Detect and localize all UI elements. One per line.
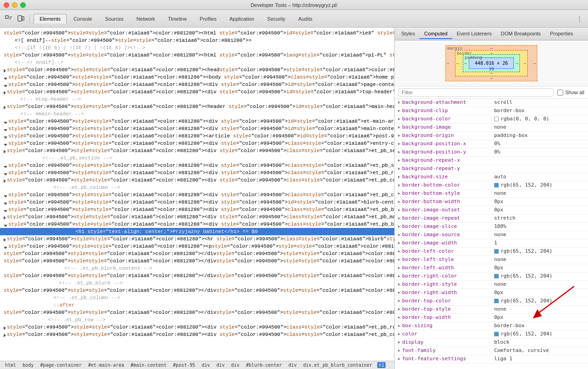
computed-row[interactable]: border-left-width0px: [395, 264, 588, 272]
html-line[interactable]: style="color:#994500">style=style="color…: [0, 272, 394, 279]
computed-expand-icon[interactable]: [397, 249, 401, 254]
filter-input[interactable]: [398, 88, 553, 97]
html-line[interactable]: <!--<! endif]-->: [0, 59, 394, 66]
html-line[interactable]: style="color:#994500">style=style="color…: [0, 309, 394, 316]
html-line[interactable]: style="color:#994500">style=style="color…: [0, 66, 394, 74]
computed-row[interactable]: box-sizingborder-box: [395, 322, 588, 330]
breadcrumb-item-page-container[interactable]: #page-container: [39, 362, 83, 368]
computed-row[interactable]: border-left-stylenone: [395, 256, 588, 264]
html-line[interactable]: style="color:#994500">style=style="color…: [0, 51, 394, 59]
computed-row[interactable]: border-bottom-width0px: [395, 198, 588, 206]
computed-expand-icon[interactable]: [397, 108, 401, 113]
html-line[interactable]: <!-- .et_pb_column -->: [0, 294, 394, 301]
expand-icon[interactable]: [4, 325, 6, 329]
computed-row[interactable]: displayblock: [395, 339, 588, 347]
device-icon[interactable]: [16, 14, 26, 24]
computed-row[interactable]: font-feature-settingsliga 1: [395, 355, 588, 363]
tab-timeline[interactable]: Timeline: [162, 14, 193, 23]
computed-row[interactable]: background-clipborder-box: [395, 107, 588, 115]
html-line[interactable]: style="color:#994500">style=style="color…: [0, 257, 394, 265]
computed-row[interactable]: border-top-stylenone: [395, 306, 588, 314]
computed-row[interactable]: border-image-outset0px: [395, 206, 588, 215]
computed-expand-icon[interactable]: [397, 299, 401, 303]
collapse-icon[interactable]: [4, 119, 7, 124]
expand-icon[interactable]: [4, 215, 6, 219]
panel-tab-computed[interactable]: Computed: [420, 29, 452, 39]
collapse-icon[interactable]: [4, 170, 7, 175]
computed-row[interactable]: border-image-sourcenone: [395, 231, 588, 239]
breadcrumb-item-div2[interactable]: div: [215, 362, 226, 368]
collapse-icon[interactable]: [4, 75, 7, 79]
breadcrumb-item-div3[interactable]: div: [230, 362, 241, 368]
breadcrumb-item-post-95[interactable]: #post-95: [172, 362, 196, 368]
computed-row[interactable]: colorrgb(65, 152, 204): [395, 330, 588, 339]
computed-expand-icon[interactable]: [397, 199, 401, 204]
computed-row[interactable]: background-colorrgba(0, 0, 0, 0): [395, 115, 588, 124]
computed-row[interactable]: border-bottom-colorrgb(65, 152, 204): [395, 182, 588, 190]
html-line[interactable]: style="color:#994500">style=style="color…: [0, 88, 394, 96]
collapse-icon[interactable]: [4, 193, 7, 197]
expand-icon[interactable]: [4, 237, 6, 241]
html-line[interactable]: <!-- .et_pb_blurb -->: [0, 279, 394, 287]
breadcrumb-item-main-content[interactable]: #main-content: [129, 362, 168, 368]
computed-row[interactable]: background-repeat-x: [395, 157, 588, 165]
computed-expand-icon[interactable]: [397, 166, 401, 171]
html-line[interactable]: style="color:#994500">style=style="color…: [0, 125, 394, 132]
collapse-icon[interactable]: [4, 207, 7, 212]
expand-icon[interactable]: [4, 90, 6, 94]
html-line[interactable]: <h1 style="text-align: center;">Przyjazn…: [0, 228, 394, 235]
computed-row[interactable]: background-position-y0%: [395, 148, 588, 157]
computed-expand-icon[interactable]: [397, 266, 401, 270]
computed-row[interactable]: border-image-width1: [395, 239, 588, 248]
minimize-button[interactable]: [12, 2, 17, 8]
tab-console[interactable]: Console: [68, 14, 98, 23]
html-line[interactable]: style="color:#994500">style=style="color…: [0, 287, 394, 294]
collapse-icon[interactable]: [4, 163, 7, 168]
computed-expand-icon[interactable]: [397, 332, 401, 336]
html-line[interactable]: style="color:#994500">style=style="color…: [0, 250, 394, 257]
html-line[interactable]: style="color:#994500">style=style="color…: [0, 199, 394, 206]
html-line[interactable]: <!-- #main-header -->: [0, 110, 394, 118]
breadcrumb-item-h1[interactable]: h1: [377, 362, 386, 368]
computed-expand-icon[interactable]: [397, 315, 401, 320]
expand-icon[interactable]: [4, 332, 6, 337]
computed-expand-icon[interactable]: [397, 233, 401, 237]
computed-expand-icon[interactable]: [397, 158, 401, 163]
computed-row[interactable]: border-top-colorrgb(65, 152, 204): [395, 297, 588, 306]
computed-expand-icon[interactable]: [397, 208, 401, 212]
expand-icon[interactable]: [4, 148, 6, 153]
html-line[interactable]: style="color:#994500">style=style="color…: [0, 176, 394, 184]
html-line[interactable]: <!-- .et_pb_column -->: [0, 184, 394, 191]
html-line[interactable]: style="color:#994500">style=style="color…: [0, 140, 394, 147]
maximize-button[interactable]: [20, 2, 26, 8]
panel-tab-dom-breakpoints[interactable]: DOM Breakpoints: [496, 29, 546, 39]
breadcrumb-item-blurb-center[interactable]: #blurb-center: [244, 362, 283, 368]
computed-row[interactable]: background-repeat-y: [395, 165, 588, 173]
computed-row[interactable]: border-right-stylenone: [395, 281, 588, 289]
html-line[interactable]: style="color:#994500">style=style="color…: [0, 81, 394, 88]
panel-tab-styles[interactable]: Styles: [397, 29, 420, 39]
close-button[interactable]: [4, 2, 9, 8]
computed-row[interactable]: background-sizeauto: [395, 173, 588, 182]
html-line[interactable]: <!--[if !(IE 6) | !(IE 7) | !(IE 8) ]><!…: [0, 44, 394, 51]
expand-icon[interactable]: [4, 178, 6, 182]
html-line[interactable]: style="color:#994500">style=style="color…: [0, 331, 394, 338]
html-line[interactable]: <!-- #top-header -->: [0, 96, 394, 103]
computed-row[interactable]: border-image-slice100%: [395, 223, 588, 231]
computed-row[interactable]: border-left-colorrgb(65, 152, 204): [395, 248, 588, 256]
tab-application[interactable]: Application: [224, 14, 260, 23]
computed-row[interactable]: border-bottom-stylenone: [395, 190, 588, 198]
computed-expand-icon[interactable]: [397, 175, 401, 179]
inspect-icon[interactable]: [4, 14, 14, 24]
computed-expand-icon[interactable]: [397, 150, 401, 154]
html-line[interactable]: style="color:#994500">style=style="color…: [0, 162, 394, 169]
computed-expand-icon[interactable]: [397, 183, 401, 187]
collapse-icon[interactable]: [4, 222, 7, 227]
computed-row[interactable]: background-imagenone: [395, 124, 588, 132]
html-line[interactable]: <!-- .et_pb_blurb_content -->: [0, 265, 394, 272]
computed-expand-icon[interactable]: [397, 324, 401, 328]
computed-expand-icon[interactable]: [397, 191, 401, 196]
tab-security[interactable]: Security: [261, 14, 292, 23]
breadcrumb-item-div4[interactable]: div: [287, 362, 298, 368]
html-line[interactable]: <!-- .et_pb_row -->: [0, 316, 394, 324]
